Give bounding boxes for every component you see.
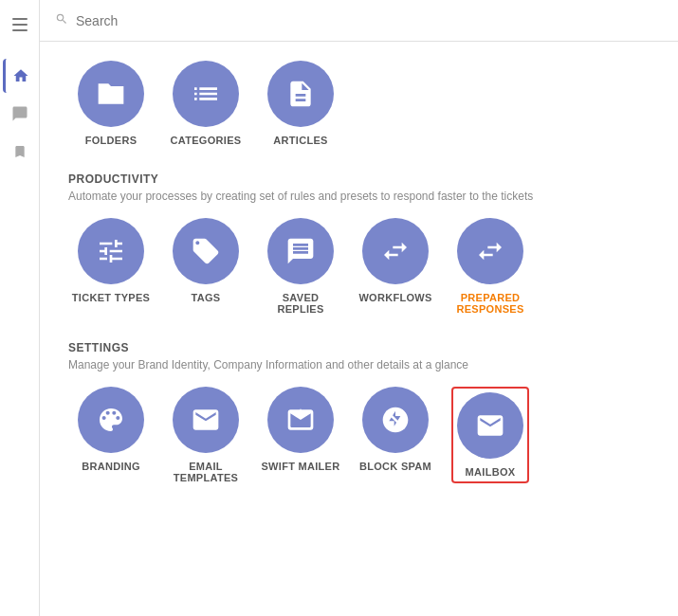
settings-title: SETTINGS (68, 341, 650, 354)
ticket-types-label: TICKET TYPES (72, 292, 150, 303)
folders-icon (78, 61, 144, 127)
productivity-desc: Automate your processes by creating set … (68, 190, 650, 203)
workflows-item[interactable]: WORKFLOWS (353, 218, 438, 315)
saved-replies-icon (267, 218, 334, 284)
settings-grid: BRANDING EMAILTEMPLATES SWIFT MAILER (68, 387, 650, 483)
prepared-responses-icon (457, 218, 523, 284)
workflows-label: WORKFLOWS (358, 292, 431, 303)
mailbox-icon (457, 392, 523, 459)
search-icon (55, 12, 68, 28)
settings-desc: Manage your Brand Identity, Company Info… (68, 358, 650, 371)
svg-rect-0 (12, 18, 27, 20)
block-spam-item[interactable]: BLOCK SPAM (353, 387, 438, 483)
content-area: FOLDERS CATEGORIES ARTICLES PRODUCTIVITY… (40, 42, 678, 529)
svg-rect-1 (12, 24, 27, 26)
workflows-icon (362, 218, 429, 284)
folders-item[interactable]: FOLDERS (68, 61, 154, 146)
categories-label: CATEGORIES (171, 135, 242, 146)
block-spam-label: BLOCK SPAM (359, 461, 431, 472)
branding-label: BRANDING (82, 461, 140, 472)
main-content: FOLDERS CATEGORIES ARTICLES PRODUCTIVITY… (40, 0, 678, 616)
block-spam-icon (362, 387, 429, 453)
email-templates-label: EMAILTEMPLATES (174, 461, 239, 483)
branding-icon (78, 387, 144, 453)
svg-rect-2 (12, 29, 27, 31)
sidebar-item-home[interactable] (3, 59, 37, 93)
saved-replies-item[interactable]: SAVED REPLIES (258, 218, 343, 315)
mailbox-label: MAILBOX (466, 466, 516, 478)
email-templates-item[interactable]: EMAILTEMPLATES (163, 387, 248, 483)
search-input[interactable] (76, 13, 242, 28)
articles-icon (267, 61, 334, 127)
ticket-types-item[interactable]: TICKET TYPES (68, 218, 154, 315)
productivity-grid: TICKET TYPES TAGS SAVED REPLIES (68, 218, 650, 315)
branding-item[interactable]: BRANDING (68, 387, 154, 483)
header (40, 0, 678, 42)
sidebar-item-chat[interactable] (3, 97, 37, 131)
swift-mailer-icon (267, 387, 334, 453)
prepared-responses-item[interactable]: PREPARED RESPONSES (448, 218, 533, 315)
swift-mailer-label: SWIFT MAILER (261, 461, 339, 472)
sidebar-item-bookmark[interactable] (3, 135, 37, 169)
ticket-types-icon (78, 218, 144, 284)
svg-point-3 (296, 415, 299, 418)
saved-replies-label: SAVED REPLIES (258, 292, 343, 315)
categories-icon (173, 61, 239, 127)
prepared-responses-label: PREPARED RESPONSES (448, 292, 533, 315)
articles-item[interactable]: ARTICLES (258, 61, 343, 146)
categories-item[interactable]: CATEGORIES (163, 61, 248, 146)
tags-label: TAGS (192, 292, 221, 303)
tags-icon (173, 218, 239, 284)
knowledge-grid: FOLDERS CATEGORIES ARTICLES (68, 61, 650, 146)
menu-icon[interactable] (3, 8, 37, 42)
productivity-title: PRODUCTIVITY (68, 172, 650, 186)
tags-item[interactable]: TAGS (163, 218, 248, 315)
swift-mailer-item[interactable]: SWIFT MAILER (258, 387, 343, 483)
articles-label: ARTICLES (273, 135, 327, 146)
mailbox-item[interactable]: MAILBOX (448, 387, 533, 483)
email-templates-icon (173, 387, 239, 453)
folders-label: FOLDERS (85, 135, 137, 146)
sidebar (0, 0, 40, 616)
